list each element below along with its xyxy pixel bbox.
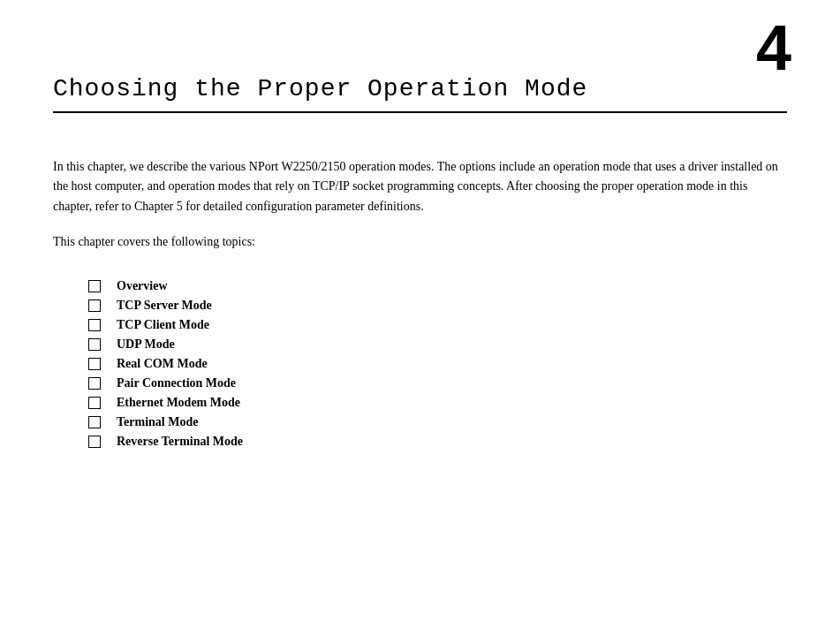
topic-label: Real COM Mode — [117, 357, 208, 371]
checkbox-icon — [88, 358, 101, 370]
chapter-title: Choosing the Proper Operation Mode — [53, 75, 787, 102]
topic-label: Ethernet Modem Mode — [117, 396, 240, 410]
chapter-number: 4 — [756, 16, 791, 80]
list-item: Terminal Mode — [88, 415, 787, 429]
title-divider — [53, 111, 787, 113]
checkbox-icon — [88, 416, 101, 428]
checkbox-icon — [88, 436, 101, 448]
list-item: Real COM Mode — [88, 357, 787, 371]
list-item: UDP Mode — [88, 337, 787, 352]
topic-label: Terminal Mode — [117, 415, 198, 429]
list-item: Pair Connection Mode — [88, 376, 787, 390]
checkbox-icon — [88, 319, 101, 331]
topic-label: TCP Client Mode — [117, 318, 209, 332]
topic-label: TCP Server Mode — [117, 299, 212, 313]
list-item: Ethernet Modem Mode — [88, 396, 787, 410]
topic-label: Pair Connection Mode — [117, 376, 236, 390]
list-item: TCP Client Mode — [88, 318, 787, 332]
page-container: 4 Choosing the Proper Operation Mode In … — [0, 0, 840, 629]
topics-list: OverviewTCP Server ModeTCP Client ModeUD… — [88, 279, 787, 449]
list-item: TCP Server Mode — [88, 299, 787, 313]
checkbox-icon — [88, 377, 101, 390]
topic-label: UDP Mode — [117, 337, 175, 352]
topic-label: Overview — [117, 279, 168, 293]
checkbox-icon — [88, 299, 101, 312]
intro-paragraph-1: In this chapter, we describe the various… — [53, 157, 787, 216]
list-item: Overview — [88, 279, 787, 293]
topics-intro: This chapter covers the following topics… — [53, 232, 787, 252]
checkbox-icon — [88, 397, 101, 409]
topic-label: Reverse Terminal Mode — [117, 435, 243, 449]
checkbox-icon — [88, 280, 101, 292]
list-item: Reverse Terminal Mode — [88, 435, 787, 449]
checkbox-icon — [88, 338, 101, 351]
